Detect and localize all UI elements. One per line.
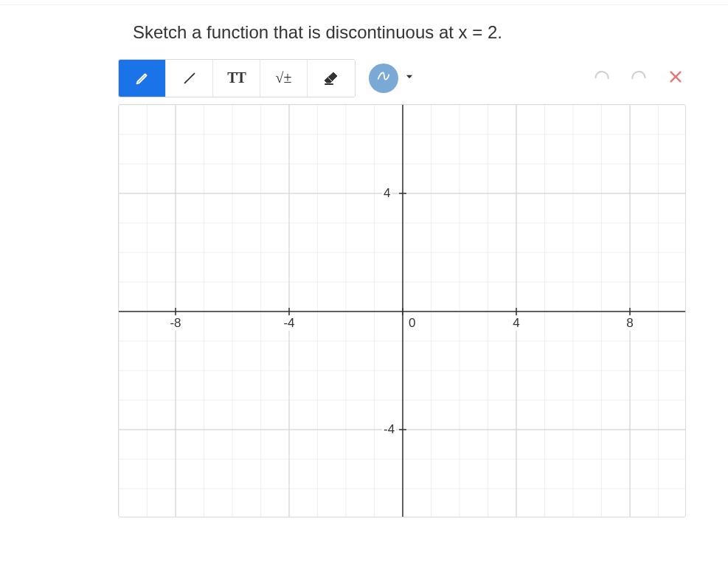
svg-line-0 bbox=[184, 73, 194, 83]
close-icon bbox=[668, 69, 684, 88]
text-tool-button[interactable]: TT bbox=[213, 60, 260, 97]
undo-button[interactable] bbox=[592, 68, 612, 89]
prompt-text: Sketch a function that is discontinuous … bbox=[133, 22, 686, 43]
x-axis-tick-label: -8 bbox=[168, 316, 182, 331]
scribble-icon bbox=[375, 69, 392, 88]
grid-svg bbox=[119, 105, 686, 517]
toolbar: TT √± bbox=[118, 58, 686, 98]
x-axis-tick-label: -4 bbox=[282, 316, 296, 331]
pen-icon bbox=[134, 70, 150, 86]
undo-icon bbox=[592, 67, 611, 89]
eraser-icon bbox=[322, 69, 340, 87]
right-tools bbox=[592, 68, 686, 89]
clear-button[interactable] bbox=[665, 68, 686, 89]
redo-button[interactable] bbox=[628, 68, 649, 89]
math-tool-button[interactable]: √± bbox=[260, 60, 308, 97]
x-axis-tick-label: 8 bbox=[625, 316, 634, 331]
line-icon bbox=[181, 70, 198, 86]
pen-tool-button[interactable] bbox=[119, 60, 166, 97]
color-dropdown-caret[interactable] bbox=[404, 72, 415, 85]
graph-canvas[interactable]: -8-4048-44 bbox=[118, 104, 686, 517]
line-tool-button[interactable] bbox=[166, 60, 213, 97]
tool-group: TT √± bbox=[118, 59, 356, 97]
x-axis-tick-label: 0 bbox=[407, 316, 417, 331]
redo-icon bbox=[629, 67, 648, 89]
x-axis-tick-label: 4 bbox=[511, 316, 521, 331]
text-icon: TT bbox=[227, 69, 246, 86]
top-divider bbox=[0, 4, 728, 5]
editor-container: Sketch a function that is discontinuous … bbox=[118, 15, 686, 517]
eraser-tool-button[interactable] bbox=[308, 60, 355, 97]
math-icon: √± bbox=[276, 69, 292, 86]
y-axis-tick-label: -4 bbox=[382, 422, 396, 437]
y-axis-tick-label: 4 bbox=[382, 186, 392, 201]
color-picker-wrap bbox=[369, 63, 415, 93]
color-picker-button[interactable] bbox=[369, 63, 398, 93]
